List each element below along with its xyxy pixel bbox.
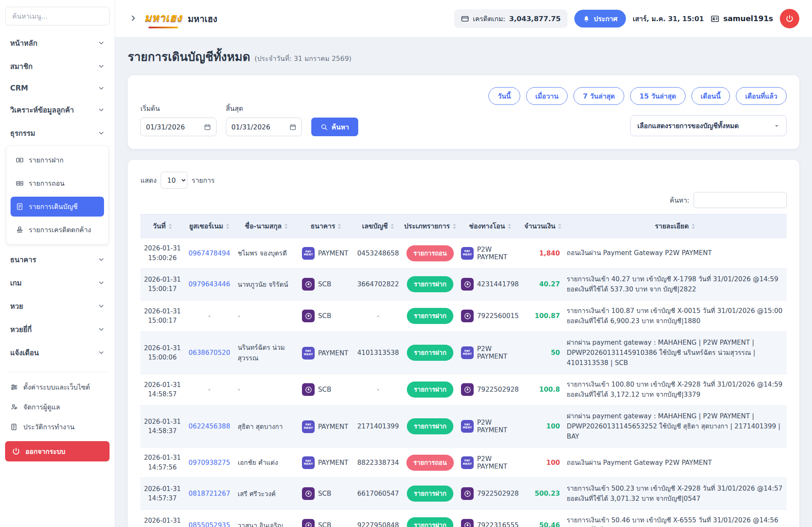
datetime: เสาร์, ม.ค. 31, 15:01 [633,14,704,24]
sidebar-footer-label: จัดการผู้ดูแล [23,402,60,412]
column-header[interactable]: วันที่ [140,214,184,238]
sidebar-item[interactable]: CRM [5,78,110,98]
start-date-input[interactable]: 01/31/2026 [140,118,217,136]
sidebar-item-label: หวย [10,300,23,312]
cell-type: รายการฝาก [403,269,458,300]
cell-amount: 1,840 [523,238,563,269]
table-search-input[interactable] [694,192,787,208]
search-button[interactable]: ค้นหา [311,118,358,136]
announcement-button[interactable]: ประกาศ [574,10,626,27]
page-size-select[interactable]: 10 [161,172,187,189]
sidebar-footer-item[interactable]: ตั้งค่าระบบและเว็บไซต์ [5,377,110,397]
quick-range-group: วันนี้เมื่อวาน7 วันล่าสุด15 วันล่าสุดเดื… [488,87,787,105]
username-link[interactable]: 0622456388 [189,423,230,430]
sidebar-subitem-label: รายการเครดิตตกค้าง [29,225,91,235]
logout-button[interactable]: ออกจากระบบ [5,441,110,461]
column-header[interactable]: ช่องทางโอน [458,214,523,238]
quick-range-button[interactable]: 7 วันล่าสุด [573,87,624,105]
cell-channel: PAYMENTP2W PAYMENT [458,332,523,374]
cell-date: 2026-01-3114:57:37 [140,478,184,510]
cell-channel: 7922560015 [458,300,523,332]
table-row: 2026-01-3115:00:260967478494ชไมพร จองบุต… [140,238,787,269]
quick-range-button[interactable]: เมื่อวาน [526,87,568,105]
username-link[interactable]: 0855052935 [189,522,230,527]
cell-channel: PAYMENTP2W PAYMENT [458,406,523,447]
page-size-control: แสดง 10 รายการ [140,172,787,189]
column-header[interactable]: ชื่อ-นามสกุล [234,214,299,238]
sidebar-footer-item[interactable]: ประวัติการทำงาน [5,417,110,437]
end-date-input[interactable]: 01/31/2026 [226,118,302,136]
sidebar-item-label: เกม [10,277,22,288]
sidebar-submenu: รายการฝากรายการถอนรายการเดินบัญชีรายการเ… [6,145,109,244]
quick-range-button[interactable]: เดือนที่แล้ว [736,87,787,105]
cell-name: นรินทร์ฉัตร น่วมสุวรรณ [234,332,299,374]
sidebar-subitem[interactable]: รายการเครดิตตกค้าง [11,220,104,240]
menu-search-input[interactable] [5,7,110,25]
column-header[interactable]: เลขบัญชี [354,214,403,238]
menu-search [5,7,110,25]
page-title: รายการเดินบัญชีทั้งหมด [128,47,250,66]
quick-range-button[interactable]: วันนี้ [488,87,520,105]
sidebar-footer-item[interactable]: จัดการผู้ดูแล [5,397,110,417]
cell-bank: PAYMENTPAYMENT [299,238,354,269]
account-filter-select[interactable]: เลือกแสดงรายการของบัญชีทั้งหมด [630,115,787,136]
sidebar-footer-label: ประวัติการทำงาน [23,422,74,432]
sidebar-footer-label: ตั้งค่าระบบและเว็บไซต์ [23,382,90,393]
brand-name: มหาเฮง [188,12,217,26]
sidebar-subitem[interactable]: รายการฝาก [11,150,104,170]
sidebar-collapse-button[interactable] [128,13,139,25]
cell-name: สุธิดา สุดบางกา [234,406,299,447]
chevron-down-icon [98,326,104,332]
cell-name: - [234,374,299,406]
column-header[interactable]: ประเภทรายการ [403,214,458,238]
column-header[interactable]: ยูสเซอร์เนม [184,214,234,238]
cell-bank: SCB [299,478,354,510]
sidebar-item[interactable]: แจ้งเตือน [5,341,110,364]
transaction-type-badge: รายการถอน [406,245,453,261]
sidebar-item[interactable]: ธุรกรรม [5,121,110,145]
start-date-value: 01/31/2026 [146,123,185,131]
sidebar-nav: หน้าหลักสมาชิกCRMวิเคราะห์ข้อมูลลูกค้าธุ… [5,31,110,364]
sidebar-item[interactable]: สมาชิก [5,55,110,78]
quick-range-button[interactable]: เดือนนี้ [691,87,730,105]
column-header[interactable]: รายละเอียด [563,214,787,238]
cell-username: - [184,374,234,406]
sidebar-item[interactable]: ธนาคาร [5,248,110,271]
chevron-down-icon [98,85,104,91]
credit-icon [16,226,24,234]
scb-bank-icon [302,278,315,291]
scb-bank-icon [461,383,474,396]
credit-value: 3,043,877.75 [509,15,561,23]
username-link[interactable]: 0979643446 [189,280,230,288]
sidebar-subitem[interactable]: รายการเดินบัญชี [11,197,104,217]
sidebar-item[interactable]: หน้าหลัก [5,31,110,55]
sort-icon [453,223,456,229]
sort-icon [337,223,341,229]
quick-range-button[interactable]: 15 วันล่าสุด [630,87,686,105]
username-link[interactable]: 0967478494 [189,250,230,257]
cell-detail: ถอนเงินผ่าน Payment Gateway P2W PAYMENT [563,238,787,269]
username-link[interactable]: 0818721267 [189,490,230,497]
payment-gateway-icon: PAYMENT [302,456,315,469]
power-icon [785,14,794,23]
logout-power-button[interactable] [780,9,799,28]
sidebar-item[interactable]: หวยยี่กี่ [5,318,110,341]
column-header[interactable]: จำนวนเงิน [523,214,563,238]
cell-bank: SCB [299,374,354,406]
topbar: มหาเฮง มหาเฮง เครดิตเกม: 3,043,877.75 ปร… [115,0,812,37]
payment-gateway-icon: PAYMENT [302,420,315,433]
cell-amount: 50.46 [523,510,563,527]
sidebar-item[interactable]: วิเคราะห์ข้อมูลลูกค้า [5,98,110,121]
column-header[interactable]: ธนาคาร [299,214,354,238]
sort-icon [284,223,288,229]
cell-type: รายการฝาก [403,300,458,332]
sidebar-item[interactable]: หวย [5,294,110,318]
sidebar-subitem[interactable]: รายการถอน [11,173,104,193]
cell-account: 2171401399 [354,406,403,447]
username-link[interactable]: 0970938275 [189,459,230,467]
username-link[interactable]: 0638670520 [189,349,230,357]
table-row: 2026-01-3114:56:570855052935วาสนา อินเจร… [140,510,787,527]
sidebar: หน้าหลักสมาชิกCRMวิเคราะห์ข้อมูลลูกค้าธุ… [0,0,115,527]
scb-bank-icon [461,487,474,500]
sidebar-item[interactable]: เกม [5,271,110,294]
